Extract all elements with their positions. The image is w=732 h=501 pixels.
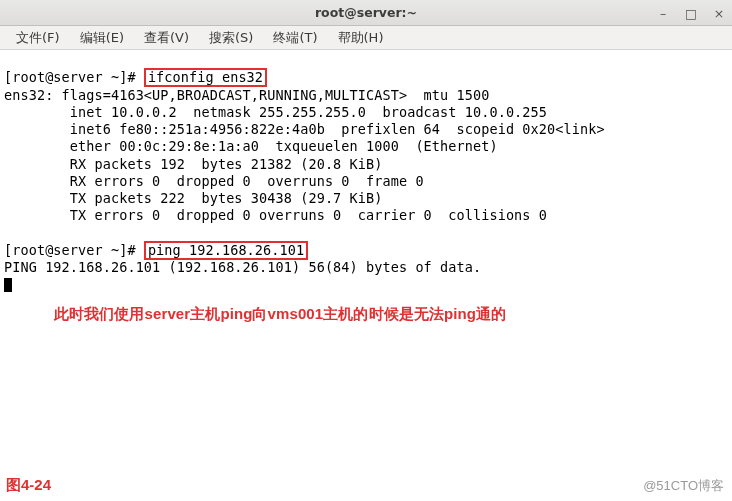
output-line: TX packets 222 bytes 30438 (29.7 KiB) <box>4 190 382 206</box>
menu-file[interactable]: 文件(F) <box>6 27 70 49</box>
titlebar: root@server:~ – □ × <box>0 0 732 26</box>
output-line: TX errors 0 dropped 0 overruns 0 carrier… <box>4 207 547 223</box>
prompt-text: [root@server ~]# <box>4 69 144 85</box>
cursor-line <box>4 276 12 292</box>
prompt-line-2: [root@server ~]# ping 192.168.26.101 <box>4 242 308 258</box>
prompt-line-1: [root@server ~]# ifconfig ens32 <box>4 69 267 85</box>
menu-view[interactable]: 查看(V) <box>134 27 199 49</box>
highlight-cmd-ping: ping 192.168.26.101 <box>144 241 308 260</box>
close-button[interactable]: × <box>710 4 728 22</box>
menu-terminal[interactable]: 终端(T) <box>263 27 327 49</box>
menu-help[interactable]: 帮助(H) <box>328 27 394 49</box>
menu-edit[interactable]: 编辑(E) <box>70 27 134 49</box>
window-title: root@server:~ <box>315 5 417 20</box>
output-line: ens32: flags=4163<UP,BROADCAST,RUNNING,M… <box>4 87 489 103</box>
highlight-cmd-ifconfig: ifconfig ens32 <box>144 68 267 87</box>
output-line: PING 192.168.26.101 (192.168.26.101) 56(… <box>4 259 481 275</box>
watermark: @51CTO博客 <box>643 477 724 495</box>
prompt-text: [root@server ~]# <box>4 242 144 258</box>
output-line: RX errors 0 dropped 0 overruns 0 frame 0 <box>4 173 424 189</box>
output-line: RX packets 192 bytes 21382 (20.8 KiB) <box>4 156 382 172</box>
maximize-button[interactable]: □ <box>682 4 700 22</box>
cursor-icon <box>4 278 12 292</box>
menu-search[interactable]: 搜索(S) <box>199 27 263 49</box>
output-line: ether 00:0c:29:8e:1a:a0 txqueuelen 1000 … <box>4 138 498 154</box>
window-controls: – □ × <box>654 0 728 26</box>
output-line: inet6 fe80::251a:4956:822e:4a0b prefixle… <box>4 121 605 137</box>
annotation-note: 此时我们使用server主机ping向vms001主机的时候是无法ping通的 <box>4 304 728 323</box>
menubar: 文件(F) 编辑(E) 查看(V) 搜索(S) 终端(T) 帮助(H) <box>0 26 732 50</box>
figure-label: 图4-24 <box>6 476 51 495</box>
terminal-area[interactable]: [root@server ~]# ifconfig ens32 ens32: f… <box>0 50 732 342</box>
output-line: inet 10.0.0.2 netmask 255.255.255.0 broa… <box>4 104 547 120</box>
minimize-button[interactable]: – <box>654 4 672 22</box>
